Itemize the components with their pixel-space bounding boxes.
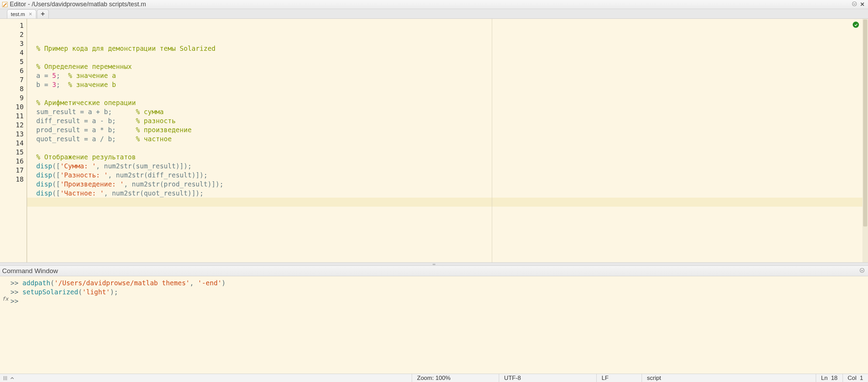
status-encoding[interactable]: UTF-8 <box>499 374 596 382</box>
line-number: 18 <box>0 175 24 184</box>
status-bar: Zoom: 100% UTF-8 LF script Ln 18 Col 1 <box>0 374 868 382</box>
line-number: 14 <box>0 138 24 148</box>
horizontal-splitter[interactable] <box>0 262 868 266</box>
statusbar-grip-icon <box>0 376 10 380</box>
titlebar: Editor - /Users/davidprowse/matlab scrip… <box>0 0 868 9</box>
status-zoom[interactable]: Zoom: 100% <box>412 374 499 382</box>
plus-icon: + <box>41 10 45 18</box>
code-line: % Арифметические операции <box>36 98 862 107</box>
tab-strip: test.m ✕ + <box>0 9 868 19</box>
ln-value: 18 <box>831 375 838 382</box>
code-line: disp(['Частное: ', num2str(quot_result)]… <box>36 189 862 198</box>
code-line <box>36 143 862 152</box>
line-number: 7 <box>0 75 24 84</box>
tab-close-icon[interactable]: ✕ <box>29 11 32 17</box>
svg-point-2 <box>860 268 864 272</box>
line-number: 4 <box>0 48 24 57</box>
line-number: 10 <box>0 102 24 111</box>
line-number: 8 <box>0 84 24 93</box>
command-window-header: Command Window <box>0 266 868 276</box>
tab-add-button[interactable]: + <box>37 9 49 18</box>
code-line: % Отображение результатов <box>36 152 862 161</box>
editor-pane: 123456789101112131415161718 % Пример код… <box>0 19 868 262</box>
status-eol[interactable]: LF <box>596 374 642 382</box>
line-number: 15 <box>0 148 24 157</box>
editor-icon <box>2 2 8 7</box>
command-lines[interactable]: >> addpath('/Users/davidprowse/matlab th… <box>10 276 868 374</box>
command-window-menu-button[interactable] <box>858 268 866 274</box>
editor-scrollbar[interactable] <box>862 19 868 262</box>
line-number: 12 <box>0 120 24 129</box>
line-number: 1 <box>0 21 24 30</box>
command-window[interactable]: fx >> addpath('/Users/davidprowse/matlab… <box>0 276 868 374</box>
code-line: % Пример кода для демонстрации темы Sola… <box>36 44 862 53</box>
scrollbar-thumb[interactable] <box>863 19 867 226</box>
code-line <box>36 89 862 98</box>
line-number: 2 <box>0 30 24 39</box>
minimize-button[interactable] <box>851 1 858 8</box>
tab-test-m[interactable]: test.m ✕ <box>7 9 36 18</box>
command-line: >> <box>10 296 868 305</box>
close-button[interactable]: ✕ <box>858 1 866 8</box>
status-filetype[interactable]: script <box>642 374 816 382</box>
code-ok-icon <box>853 22 859 28</box>
line-number: 6 <box>0 66 24 75</box>
code-line: disp(['Произведение: ', num2str(prod_res… <box>36 180 862 189</box>
right-margin-line <box>492 19 492 262</box>
status-col: Col 1 <box>843 374 868 382</box>
code-line: disp(['Разность: ', num2str(diff_result)… <box>36 170 862 180</box>
splitter-grip-icon <box>433 264 435 265</box>
command-margin: fx <box>0 276 10 374</box>
svg-point-1 <box>852 2 857 6</box>
line-number: 17 <box>0 166 24 175</box>
line-number: 3 <box>0 39 24 48</box>
code-line <box>27 198 862 207</box>
code-line: b = 3; % значение b <box>36 80 862 89</box>
code-line: disp(['Сумма: ', num2str(sum_result)]); <box>36 161 862 170</box>
command-line: >> setupSolarized('light'); <box>10 287 868 296</box>
code-line: sum_result = a + b; % сумма <box>36 107 862 116</box>
status-line: Ln 18 <box>816 374 842 382</box>
code-line <box>36 53 862 62</box>
code-line: diff_result = a - b; % разность <box>36 116 862 125</box>
ln-label: Ln <box>821 375 828 382</box>
line-number: 5 <box>0 57 24 66</box>
col-value: 1 <box>860 375 863 382</box>
fx-icon[interactable]: fx <box>2 296 8 302</box>
col-label: Col <box>848 375 857 382</box>
code-line: prod_result = a * b; % произведение <box>36 125 862 134</box>
code-area[interactable]: % Пример кода для демонстрации темы Sola… <box>27 19 862 262</box>
statusbar-chevron-icon[interactable] <box>10 375 17 382</box>
line-gutter: 123456789101112131415161718 <box>0 19 27 262</box>
command-window-title: Command Window <box>2 267 858 275</box>
line-number: 16 <box>0 157 24 166</box>
window: Editor - /Users/davidprowse/matlab scrip… <box>0 0 868 382</box>
code-line: % Определение переменных <box>36 62 862 71</box>
command-line: >> addpath('/Users/davidprowse/matlab th… <box>10 278 868 287</box>
line-number: 9 <box>0 93 24 102</box>
line-number: 13 <box>0 129 24 138</box>
tab-label: test.m <box>11 11 25 17</box>
line-number: 11 <box>0 111 24 120</box>
code-line: quot_result = a / b; % частное <box>36 134 862 143</box>
window-title: Editor - /Users/davidprowse/matlab scrip… <box>10 1 851 8</box>
code-line: a = 5; % значение a <box>36 71 862 80</box>
